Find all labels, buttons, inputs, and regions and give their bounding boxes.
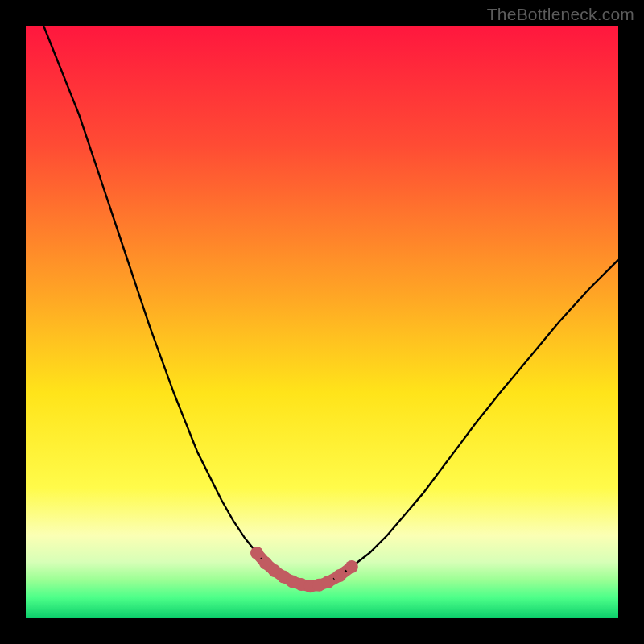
chart-frame [26, 26, 618, 618]
chart-svg [26, 26, 618, 618]
gradient-bg [26, 26, 618, 618]
svg-point-9 [333, 569, 346, 582]
watermark-text: TheBottleneck.com [487, 5, 634, 24]
svg-point-0 [250, 547, 263, 559]
svg-point-10 [345, 560, 358, 573]
svg-point-8 [321, 576, 334, 588]
